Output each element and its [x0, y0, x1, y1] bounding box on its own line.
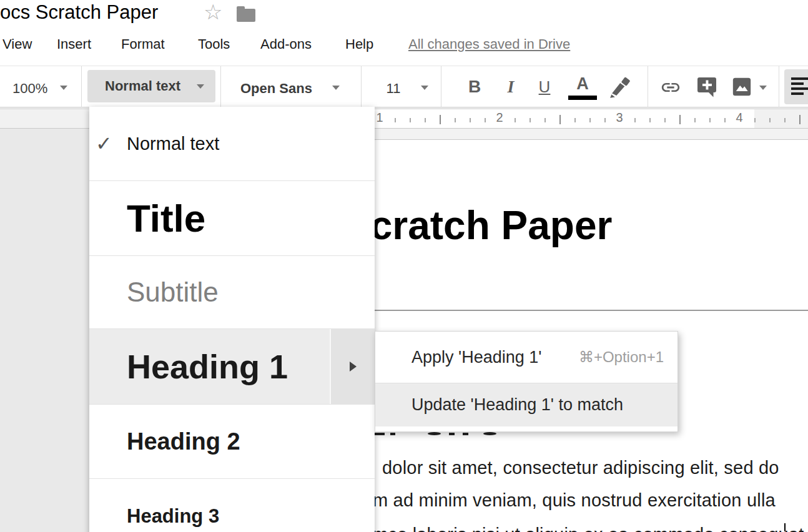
paragraph-style-select[interactable]: Normal text — [87, 70, 215, 102]
font-size-select[interactable]: 11 — [382, 81, 405, 97]
bold-button[interactable]: B — [462, 74, 487, 99]
insert-comment-button[interactable] — [696, 76, 718, 101]
paragraph-style-label: Normal text — [105, 78, 180, 94]
insert-link-button[interactable] — [658, 77, 684, 101]
titlebar: ocs Scratch Paper ☆ View Insert Format T… — [0, 0, 808, 66]
ruler-half-tick — [440, 115, 441, 124]
toolbar-separator — [361, 66, 362, 107]
align-left-button[interactable] — [784, 69, 808, 104]
ruler-inch-mark: 4 — [736, 111, 742, 125]
highlighter-icon — [607, 76, 632, 99]
star-icon[interactable]: ☆ — [204, 1, 222, 22]
folder-icon[interactable] — [237, 9, 255, 22]
ruler-tick — [574, 118, 576, 122]
ruler-inch-mark: 1 — [376, 111, 383, 125]
ruler-tick — [470, 118, 471, 122]
toolbar-separator — [220, 66, 221, 107]
submenu-item-apply-heading-1[interactable]: Apply 'Heading 1' ⌘+Option+1 — [375, 332, 677, 383]
menu-item-normal-text[interactable]: ✓ Normal text — [89, 107, 375, 180]
ruler-half-tick — [799, 115, 801, 124]
menu-item-heading-1[interactable]: Heading 1 — [89, 328, 375, 404]
document-title[interactable]: ocs Scratch Paper — [0, 1, 158, 24]
ruler-tick — [694, 118, 696, 122]
ruler-tick — [589, 118, 591, 122]
menu-item-title[interactable]: Title — [89, 180, 375, 255]
shortcut-label: ⌘+Option+1 — [579, 348, 664, 366]
ruler-inch-mark: 2 — [496, 111, 503, 125]
menu-insert[interactable]: Insert — [57, 36, 91, 52]
align-left-icon — [791, 77, 808, 80]
body-text-line: dolor sit amet, consectetur adipiscing e… — [382, 458, 779, 478]
ruler-tick — [769, 118, 771, 122]
ruler-half-tick — [559, 115, 561, 124]
comment-plus-icon — [696, 76, 718, 98]
ruler-tick — [410, 118, 411, 122]
paragraph-styles-menu: ✓ Normal text Title Subtitle Heading 1 H… — [89, 107, 375, 532]
italic-button[interactable]: I — [498, 74, 523, 99]
font-dropdown-arrow-icon[interactable] — [332, 86, 340, 90]
style-dropdown-arrow-icon — [197, 84, 204, 89]
ruler-tick — [784, 118, 786, 122]
ruler-tick — [754, 118, 756, 122]
text-color-button[interactable]: A — [570, 71, 595, 96]
ruler-tick — [530, 118, 531, 122]
font-size-dropdown-arrow-icon[interactable] — [421, 86, 428, 90]
menu-item-heading-3[interactable]: Heading 3 — [89, 478, 375, 532]
submenu-item-update-heading-1[interactable]: Update 'Heading 1' to match — [375, 383, 677, 426]
ruler-tick — [604, 118, 606, 122]
zoom-select[interactable]: 100% — [12, 81, 47, 97]
toolbar-separator — [441, 66, 441, 107]
highlight-button[interactable] — [607, 76, 632, 102]
text-cursor — [784, 523, 786, 531]
check-icon: ✓ — [96, 132, 112, 155]
ruler-tick — [634, 118, 636, 122]
underline-button[interactable]: U — [532, 74, 557, 99]
ruler-half-tick — [679, 115, 681, 124]
ruler-active-area — [373, 109, 754, 128]
menu-item-subtitle[interactable]: Subtitle — [89, 255, 375, 328]
submenu-arrow-icon — [350, 362, 357, 372]
menu-addons[interactable]: Add-ons — [260, 36, 312, 52]
body-text-line: mco laboris nisi ut aliquip ex ea commod… — [373, 525, 808, 532]
menu-tools[interactable]: Tools — [198, 36, 230, 52]
font-select[interactable]: Open Sans — [240, 81, 312, 97]
menu-help[interactable]: Help — [345, 36, 373, 52]
ruler-tick — [544, 118, 546, 122]
ruler-tick — [724, 118, 726, 122]
doc-heading-title: Scratch Paper — [343, 202, 612, 249]
zoom-dropdown-arrow-icon[interactable] — [60, 86, 67, 90]
save-status-link[interactable]: All changes saved in Drive — [408, 36, 570, 52]
menu-view[interactable]: View — [2, 36, 32, 52]
heading-1-submenu-button[interactable] — [330, 329, 375, 404]
ruler-inch-mark: 3 — [616, 111, 623, 125]
insert-image-button[interactable] — [731, 76, 753, 100]
ruler-tick — [664, 118, 666, 122]
text-color-bar-icon — [568, 96, 597, 100]
heading-1-submenu: Apply 'Heading 1' ⌘+Option+1 Update 'Hea… — [375, 331, 678, 432]
toolbar-separator — [648, 66, 648, 107]
menu-format[interactable]: Format — [121, 36, 165, 52]
ruler-tick — [395, 118, 396, 122]
image-icon — [731, 76, 753, 97]
ruler-tick — [649, 118, 651, 122]
image-dropdown-arrow-icon[interactable] — [759, 86, 767, 90]
ruler-tick — [485, 118, 486, 122]
menu-item-heading-2[interactable]: Heading 2 — [89, 404, 375, 478]
ruler-tick — [425, 118, 426, 122]
toolbar-separator — [779, 66, 779, 107]
toolbar-separator — [81, 66, 82, 107]
ruler-tick — [515, 118, 516, 122]
ruler-tick — [709, 118, 711, 122]
link-icon — [658, 77, 684, 98]
ruler-tick — [455, 118, 456, 122]
body-text-line: m ad minim veniam, quis nostrud exercita… — [373, 490, 776, 511]
